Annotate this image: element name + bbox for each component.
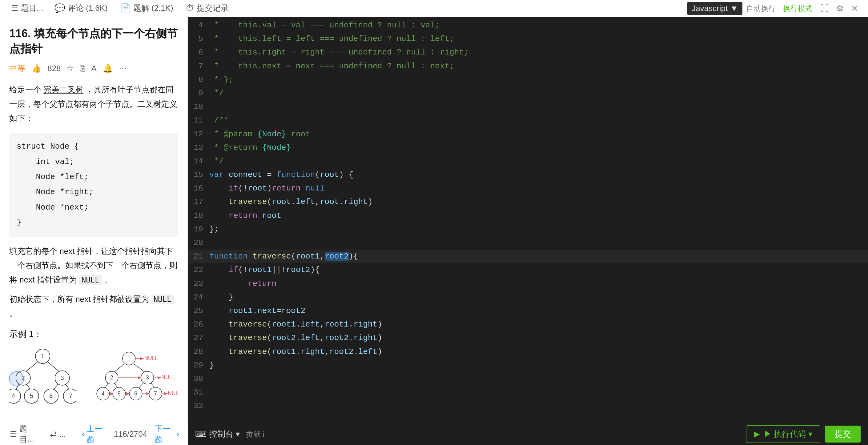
bottom-left-bar: ☰ 题目... ⇄ ... ‹ 上一题 116/2704 下一题 ›	[0, 423, 188, 445]
svg-text:1: 1	[41, 352, 44, 359]
line-content: return root	[209, 209, 281, 222]
list-icon: ☰	[11, 3, 18, 13]
line-content: */	[209, 155, 224, 168]
code-line-6: 6 * this.right = right === undefined ? n…	[188, 45, 868, 59]
bell-icon[interactable]: 🔔	[103, 64, 113, 73]
translate-icon[interactable]: A	[91, 64, 96, 73]
code-line-9: 9 */	[188, 87, 868, 100]
line-number: 31	[188, 386, 209, 399]
svg-line-26	[134, 364, 145, 372]
tab-submissions[interactable]: ⏱ 提交记录	[180, 0, 235, 17]
left-panel: 116. 填充每个节点的下一个右侧节点指针 中等 👍 828 ☆ ⎘ A 🔔 ⋯…	[0, 17, 188, 423]
star-icon[interactable]: ☆	[67, 64, 74, 73]
svg-text:7: 7	[154, 390, 157, 396]
tab-description[interactable]: ☰ 题目...	[6, 0, 48, 17]
code-line-15: 15 var connect = function(root) {	[188, 168, 868, 182]
svg-text:7: 7	[69, 392, 72, 399]
contribute-btn[interactable]: 贡献 i	[246, 429, 265, 439]
line-number: 22	[188, 263, 209, 277]
code-line-29: 29 }	[188, 358, 868, 372]
line-content: * this.val = val === undefined ? null : …	[209, 19, 440, 32]
line-content: * this.left = left === undefined ? null …	[209, 32, 454, 45]
line-number: 13	[188, 141, 209, 155]
line-content: traverse(root2.left,root2.right)	[209, 331, 382, 345]
line-number: 8	[188, 73, 209, 87]
line-number: 7	[188, 59, 209, 73]
line-number: 25	[188, 304, 209, 318]
list-icon2: ☰	[10, 429, 17, 439]
line-number: 18	[188, 209, 209, 222]
auto-check-btn[interactable]: 自动换行	[742, 4, 779, 13]
svg-text:5: 5	[118, 390, 121, 396]
page-info: 116/2704	[114, 429, 147, 439]
tree-before: 1 2 3 4 5 6 7	[9, 345, 76, 407]
svg-line-3	[48, 362, 59, 372]
line-number: 12	[188, 127, 209, 141]
problem-list-btn[interactable]: ☰ 题目...	[6, 421, 41, 445]
code-line-7: 7 * this.next = next === undefined ? nul…	[188, 59, 868, 73]
next-btn[interactable]: 下一题 ›	[152, 421, 182, 445]
terminal-icon: ⌨	[195, 429, 207, 439]
code-line-16: 16 if(!root)return null	[188, 182, 868, 195]
reset-btn[interactable]: 换行模式	[779, 4, 816, 13]
line-content: if(!root1||!root2){	[209, 263, 320, 277]
svg-text:4: 4	[12, 392, 15, 399]
settings-icon[interactable]: ⚙	[832, 3, 847, 13]
submit-btn[interactable]: 提交	[825, 425, 861, 443]
line-content: if(!root)return null	[209, 182, 325, 195]
like-icon[interactable]: 👍	[31, 64, 41, 73]
line-content	[209, 372, 214, 386]
code-line-32: 32	[188, 399, 868, 413]
line-number: 23	[188, 277, 209, 290]
tab-solutions[interactable]: 📄 题解 (2.1K)	[114, 0, 180, 17]
console-btn[interactable]: ⌨ 控制台 ▾	[195, 429, 240, 440]
line-number: 17	[188, 195, 209, 209]
difficulty-badge: 中等	[9, 63, 25, 74]
code-line-28: 28 traverse(root1.right,root2.left)	[188, 345, 868, 358]
svg-text:4: 4	[101, 390, 105, 396]
menu-icon[interactable]: ⋯	[119, 64, 127, 73]
svg-text:NULL: NULL	[168, 390, 178, 396]
lang-selector[interactable]: Javascript ▼	[687, 2, 742, 15]
fullscreen-icon[interactable]: ⛶	[816, 3, 832, 13]
line-content: * this.right = right === undefined ? nul…	[209, 45, 469, 59]
code-line-17: 17 traverse(root.left,root.right)	[188, 195, 868, 209]
line-content: traverse(root.left,root.right)	[209, 195, 373, 209]
line-number: 21	[188, 250, 209, 263]
play-icon: ▶	[754, 429, 760, 439]
share-icon[interactable]: ⎘	[80, 64, 85, 73]
code-line-23: 23 return	[188, 277, 868, 290]
line-number: 24	[188, 290, 209, 304]
code-line-30: 30	[188, 372, 868, 386]
code-line-12: 12 * @param {Node} root	[188, 127, 868, 141]
svg-text:2: 2	[110, 374, 113, 380]
line-number: 4	[188, 19, 209, 32]
run-code-btn[interactable]: ▶ ▶ 执行代码 ▾	[746, 425, 820, 443]
line-number: 5	[188, 32, 209, 45]
tab-comments[interactable]: 💬 评论 (1.6K)	[48, 0, 114, 17]
line-content: }	[209, 358, 214, 372]
svg-text:5: 5	[30, 392, 33, 399]
line-number: 29	[188, 358, 209, 372]
code-editor-area[interactable]: 4 * this.val = val === undefined ? null …	[188, 17, 868, 423]
code-line-22: 22 if(!root1||!root2){	[188, 263, 868, 277]
line-content: * };	[209, 73, 233, 87]
line-number: 27	[188, 331, 209, 345]
right-panel: 4 * this.val = val === undefined ? null …	[188, 17, 868, 423]
code-line-19: 19 };	[188, 222, 868, 236]
close-panel-icon[interactable]: ✕	[847, 3, 862, 13]
comment-icon: 💬	[55, 3, 65, 13]
random-icon: ⇄	[50, 429, 57, 439]
line-content	[209, 386, 214, 399]
svg-text:NULL: NULL	[144, 355, 158, 361]
line-content: * this.next = next === undefined ? null …	[209, 59, 454, 73]
prev-btn[interactable]: ‹ 上一题	[80, 421, 109, 445]
line-number: 10	[188, 100, 209, 114]
code-line-13: 13 * @return {Node}	[188, 141, 868, 155]
code-line-26: 26 traverse(root1.left,root1.right)	[188, 318, 868, 331]
svg-line-2	[26, 362, 37, 372]
line-number: 30	[188, 372, 209, 386]
random-btn[interactable]: ⇄ ...	[46, 427, 69, 441]
svg-rect-20	[9, 372, 24, 386]
chevron-down-icon: ▼	[730, 4, 738, 13]
